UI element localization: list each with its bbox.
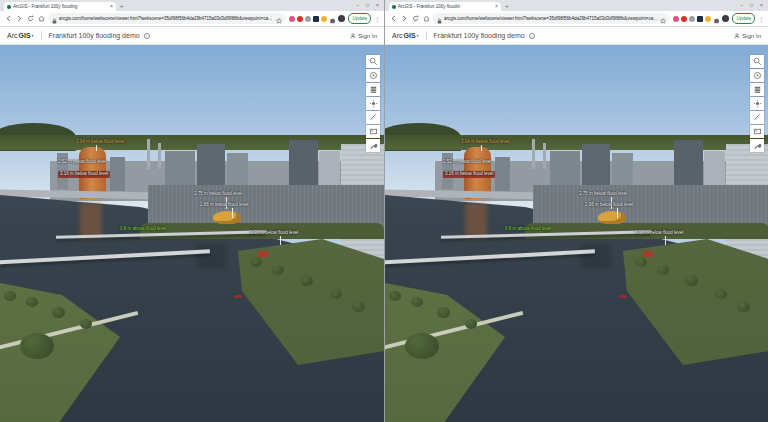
window-minimize-button[interactable]: –: [356, 3, 359, 8]
arcgis-menu[interactable]: ArcGIS ▾: [7, 32, 34, 39]
extensions-puzzle-icon[interactable]: [329, 10, 336, 28]
tree: [389, 291, 401, 301]
new-tab-button[interactable]: +: [505, 3, 509, 9]
scene-title: Frankfurt 100y flooding demo: [49, 32, 140, 39]
scene-toolbar: [366, 55, 380, 152]
sign-in-button[interactable]: Sign In: [734, 33, 761, 39]
tree: [635, 257, 647, 267]
forward-icon[interactable]: [400, 15, 408, 23]
label-leader-line: [617, 208, 618, 218]
water-reflection: [196, 243, 226, 269]
bookmark-star-icon[interactable]: [276, 10, 282, 28]
chimney: [532, 139, 535, 169]
home-icon[interactable]: [422, 15, 430, 23]
lock-icon: [52, 10, 57, 28]
label-leader-line: [96, 145, 97, 151]
flood-level-label: 3.16 m below flood level: [443, 171, 495, 178]
bookmark-star-icon[interactable]: [660, 10, 666, 28]
extension-pink[interactable]: [289, 16, 295, 22]
flood-level-label: 0.8 m above flood level: [120, 227, 166, 232]
red-boat: [619, 295, 627, 298]
large-tree: [405, 333, 439, 359]
window-controls: – □ ×: [740, 3, 768, 8]
extensions-row: [289, 10, 345, 28]
tab-close-icon[interactable]: ×: [495, 4, 498, 9]
measure-icon[interactable]: [750, 111, 764, 124]
navigation-icon[interactable]: [366, 69, 380, 82]
forward-icon[interactable]: [15, 15, 23, 23]
address-bar[interactable]: arcgis.com/home/webscene/viewer.html?web…: [433, 13, 670, 24]
arcgis-header: ArcGIS ▾ Frankfurt 100y flooding demo i …: [0, 27, 384, 45]
settings-icon[interactable]: [750, 139, 764, 152]
scene-viewport[interactable]: 3.04 m below flood level 2.52 m below fl…: [385, 45, 768, 422]
flood-level-label: 2.52 m below flood level: [443, 160, 491, 165]
extension-pink[interactable]: [673, 16, 679, 22]
profile-avatar[interactable]: [722, 15, 729, 22]
extension-yellow[interactable]: [705, 16, 711, 22]
slides-icon[interactable]: [366, 125, 380, 138]
reload-icon[interactable]: [411, 15, 419, 23]
reload-icon[interactable]: [26, 15, 34, 23]
browser-menu-icon[interactable]: ⋮: [374, 16, 380, 22]
extension-navy[interactable]: [697, 16, 703, 22]
browser-window-right: ArcGIS - Frankfurt 100y floodin × + – □ …: [384, 0, 768, 422]
update-chip[interactable]: Update: [348, 13, 371, 24]
new-tab-button[interactable]: +: [120, 3, 124, 9]
measure-icon[interactable]: [366, 111, 380, 124]
search-icon[interactable]: [366, 55, 380, 68]
update-chip[interactable]: Update: [732, 13, 755, 24]
flood-level-label: 0.8 m above flood level: [505, 227, 551, 232]
arcgis-favicon-icon: [392, 5, 396, 9]
arcgis-menu[interactable]: ArcGIS ▾: [392, 32, 419, 39]
window-maximize-button[interactable]: □: [750, 3, 753, 8]
browser-tab[interactable]: ArcGIS - Frankfurt 100y floodin ×: [389, 2, 501, 11]
slides-icon[interactable]: [750, 125, 764, 138]
tab-close-icon[interactable]: ×: [110, 4, 113, 9]
back-icon[interactable]: [4, 15, 12, 23]
browser-menu-icon[interactable]: ⋮: [758, 16, 764, 22]
extension-red[interactable]: [681, 16, 687, 22]
water-reflection: [465, 203, 487, 239]
sign-in-button[interactable]: Sign In: [350, 33, 377, 39]
tree: [4, 291, 16, 301]
daylight-icon[interactable]: [366, 97, 380, 110]
window-close-button[interactable]: ×: [376, 3, 379, 8]
tree: [300, 275, 313, 286]
chimney: [147, 139, 150, 169]
info-icon[interactable]: i: [529, 33, 535, 39]
extension-gray[interactable]: [305, 16, 311, 22]
extension-red[interactable]: [297, 16, 303, 22]
window-controls: – □ ×: [356, 3, 384, 8]
home-icon[interactable]: [37, 15, 45, 23]
layers-icon[interactable]: [750, 83, 764, 96]
arcgis-favicon-icon: [7, 5, 11, 9]
window-maximize-button[interactable]: □: [366, 3, 369, 8]
flood-level-label: 2.52 m below flood level: [58, 160, 106, 165]
address-bar[interactable]: arcgis.com/home/webscene/viewer.html?web…: [48, 13, 286, 24]
extension-gray[interactable]: [689, 16, 695, 22]
extensions-puzzle-icon[interactable]: [713, 10, 720, 28]
water-reflection: [80, 203, 102, 239]
navigation-icon[interactable]: [750, 69, 764, 82]
settings-icon[interactable]: [366, 139, 380, 152]
info-icon[interactable]: i: [144, 33, 150, 39]
url-text: arcgis.com/home/webscene/viewer.html?web…: [59, 16, 274, 21]
layers-icon[interactable]: [366, 83, 380, 96]
person-icon: [734, 33, 740, 39]
browser-window-left: ArcGIS - Frankfurt 100y flooding × + – □…: [0, 0, 384, 422]
search-icon[interactable]: [750, 55, 764, 68]
red-boat: [234, 295, 242, 298]
window-minimize-button[interactable]: –: [740, 3, 743, 8]
back-icon[interactable]: [389, 15, 397, 23]
browser-tab[interactable]: ArcGIS - Frankfurt 100y flooding ×: [4, 2, 116, 11]
arcgis-header: ArcGIS ▾ Frankfurt 100y flooding demo i …: [385, 27, 768, 45]
daylight-icon[interactable]: [750, 97, 764, 110]
extension-navy[interactable]: [313, 16, 319, 22]
window-close-button[interactable]: ×: [760, 3, 763, 8]
tree: [26, 297, 38, 307]
header-divider: [41, 31, 42, 40]
scene-viewport[interactable]: 3.04 m below flood level 2.52 m below fl…: [0, 45, 384, 422]
extension-yellow[interactable]: [321, 16, 327, 22]
profile-avatar[interactable]: [338, 15, 345, 22]
treeline: [385, 135, 768, 150]
